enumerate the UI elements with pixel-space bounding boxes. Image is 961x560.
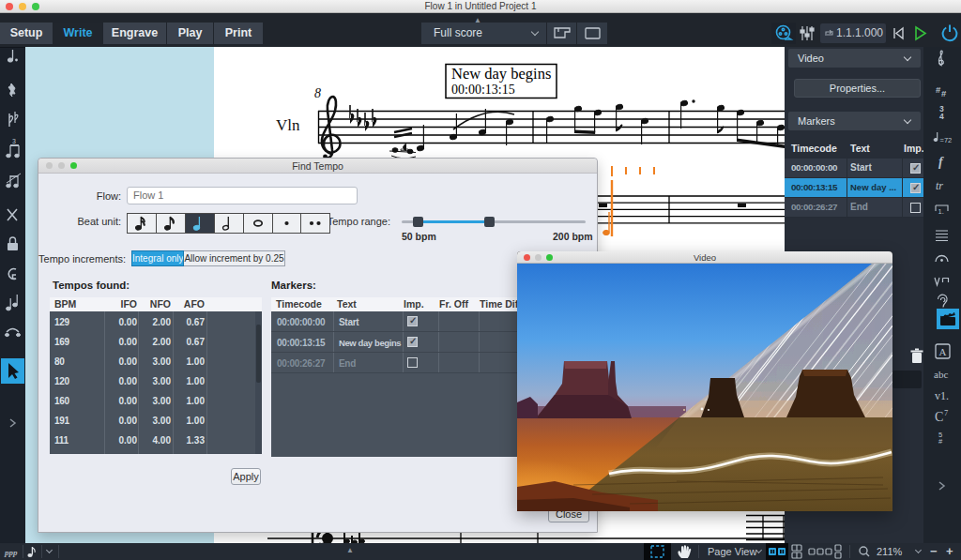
svg-text:7: 7 (944, 408, 948, 417)
svg-text:00:00:13:15: 00:00:13:15 (451, 83, 515, 97)
svg-text:3: 3 (12, 138, 16, 144)
svg-text:4: 4 (939, 112, 944, 121)
svg-text:#: # (938, 437, 943, 446)
svg-text:=72: =72 (940, 136, 953, 144)
svg-text:tr: tr (936, 179, 943, 192)
svg-text:1.: 1. (938, 207, 944, 216)
svg-text:Vln: Vln (276, 116, 300, 134)
svg-text:#: # (941, 88, 947, 98)
svg-text:8: 8 (314, 86, 321, 100)
svg-text:C: C (935, 410, 943, 424)
svg-text:abc: abc (934, 369, 948, 380)
svg-text:A: A (939, 346, 947, 357)
svg-text:v1.: v1. (935, 389, 949, 402)
svg-text:f: f (938, 155, 944, 169)
svg-text:New day begins: New day begins (451, 65, 551, 83)
